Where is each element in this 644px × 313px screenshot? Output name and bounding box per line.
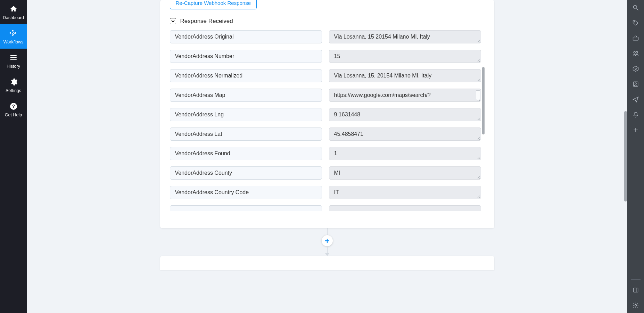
nav-label: History (7, 64, 20, 69)
svg-marker-11 (633, 66, 638, 72)
response-row: VendorAddress Country CodeIT (170, 186, 481, 199)
plus-icon[interactable] (627, 122, 644, 138)
sidebar-right (627, 0, 644, 313)
svg-point-10 (636, 51, 638, 53)
nav-dashboard[interactable]: Dashboard (0, 0, 27, 24)
scan-icon[interactable] (627, 76, 644, 92)
svg-point-2 (10, 59, 11, 60)
response-key[interactable]: VendorAddress Normalized (170, 69, 322, 82)
send-icon[interactable] (627, 92, 644, 107)
response-row: VendorAddress NormalizedVia Losanna, 15,… (170, 69, 481, 82)
response-key[interactable]: VendorAddress Country Code (170, 186, 322, 199)
svg-rect-17 (633, 288, 638, 292)
nav-label: Settings (6, 88, 21, 93)
response-row: VendorAddress Lat45.4858471 (170, 127, 481, 141)
response-value[interactable]: 1 (329, 147, 481, 160)
nav-settings[interactable]: Settings (0, 73, 27, 97)
response-value[interactable]: 45.4858471 (329, 127, 481, 141)
response-key[interactable] (170, 205, 322, 211)
svg-line-6 (637, 9, 638, 10)
response-value[interactable]: IT (329, 186, 481, 199)
recapture-webhook-button[interactable]: Re-Capture Webhook Response (170, 0, 257, 9)
people-icon[interactable] (627, 46, 644, 61)
response-key[interactable]: VendorAddress Lat (170, 127, 322, 141)
webhook-response-card: Re-Capture Webhook Response Response Rec… (160, 0, 494, 228)
response-value[interactable]: 9.1631448 (329, 108, 481, 121)
nav-label: Dashboard (3, 15, 24, 20)
history-icon (9, 53, 18, 62)
main-scrollbar[interactable] (624, 0, 627, 313)
nav-workflows[interactable]: Workflows (0, 24, 27, 49)
help-icon: ? (9, 102, 18, 110)
svg-point-14 (635, 83, 636, 84)
nav-label: Get Help (5, 113, 22, 117)
sidebar-left: Dashboard Workflows History Settings ? G… (0, 0, 27, 313)
nav-history[interactable]: History (0, 49, 27, 73)
response-value[interactable]: 15 (329, 50, 481, 63)
svg-point-5 (633, 5, 637, 9)
add-node-button[interactable] (322, 235, 333, 246)
svg-point-1 (10, 57, 11, 58)
svg-point-12 (635, 68, 636, 69)
response-row: VendorAddress Lng9.1631448 (170, 108, 481, 121)
arrow-down-icon (325, 253, 329, 256)
settings-icon[interactable] (627, 298, 644, 313)
response-key[interactable]: VendorAddress Found (170, 147, 322, 160)
response-value[interactable]: Via Losanna, 15, 20154 Milano MI, Italy (329, 69, 481, 82)
bell-icon[interactable] (627, 107, 644, 122)
response-value[interactable]: MI (329, 166, 481, 180)
response-key[interactable]: VendorAddress Map (170, 89, 322, 102)
tag-icon[interactable] (627, 15, 644, 31)
svg-point-7 (634, 22, 635, 22)
briefcase-icon[interactable] (627, 31, 644, 46)
response-value[interactable]: Via Losanna, 15 20154 Milano MI, Italy (329, 30, 481, 43)
response-rows-container: VendorAddress OriginalVia Losanna, 15 20… (170, 30, 485, 211)
response-row: VendorAddress OriginalVia Losanna, 15 20… (170, 30, 481, 43)
response-row (170, 205, 481, 211)
panel-icon[interactable] (627, 282, 644, 298)
svg-point-0 (10, 55, 11, 56)
response-key[interactable]: VendorAddress County (170, 166, 322, 180)
main-canvas: Re-Capture Webhook Response Response Rec… (27, 0, 627, 313)
response-row: VendorAddress Number15 (170, 50, 481, 63)
svg-rect-8 (633, 37, 638, 40)
response-value[interactable] (329, 205, 481, 211)
flow-icon (9, 29, 18, 38)
inner-scrollbar[interactable] (482, 30, 485, 211)
response-row: VendorAddress CountyMI (170, 166, 481, 180)
next-node-card[interactable] (160, 256, 494, 270)
nav-gethelp[interactable]: ? Get Help (0, 97, 27, 122)
response-row: VendorAddress Maphttps://www.google.com/… (170, 89, 481, 102)
response-key[interactable]: VendorAddress Original (170, 30, 322, 43)
node-connector (322, 228, 333, 256)
nav-label: Workflows (3, 40, 23, 44)
collapse-toggle[interactable] (170, 18, 176, 24)
response-value[interactable]: https://www.google.com/maps/search/? (329, 89, 481, 102)
gear-icon (9, 78, 18, 86)
response-row: VendorAddress Found1 (170, 147, 481, 160)
response-key[interactable]: VendorAddress Lng (170, 108, 322, 121)
search-icon[interactable] (627, 0, 644, 15)
svg-point-19 (635, 305, 637, 306)
process-icon[interactable] (627, 61, 644, 76)
section-title: Response Received (180, 18, 233, 25)
home-icon (9, 5, 18, 13)
svg-point-9 (634, 51, 635, 53)
response-key[interactable]: VendorAddress Number (170, 50, 322, 63)
section-header: Response Received (170, 18, 485, 25)
svg-text:?: ? (12, 104, 15, 109)
